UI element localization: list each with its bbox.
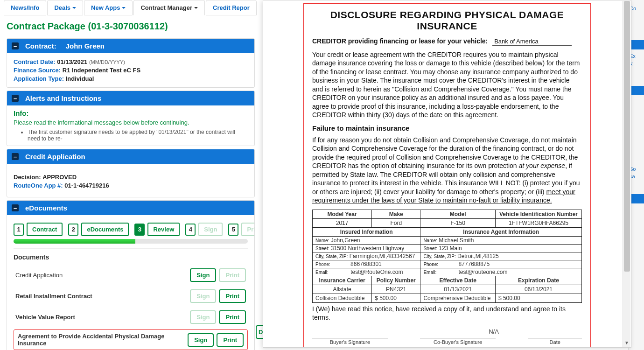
tab-news-info[interactable]: News/Info: [4, 0, 46, 15]
td-model-year: 2017: [313, 218, 372, 227]
td-make: Ford: [372, 218, 420, 227]
tab-contract-manager[interactable]: Contract Manager: [133, 0, 205, 15]
insured-phone: 8667688301: [350, 261, 382, 267]
tab-credit-report[interactable]: Credit Repor: [206, 0, 257, 15]
step-review[interactable]: Review: [147, 223, 180, 236]
disclosure-subheading: Failure to maintain insurance: [312, 124, 582, 132]
sign-button[interactable]: Sign: [190, 268, 216, 282]
step-print[interactable]: Print: [241, 223, 255, 236]
disclosure-para2: If for any reason you do not obtain Coll…: [312, 136, 582, 205]
insured-street: 31500 Northwestern Highway: [331, 245, 404, 252]
contract-date-value: 01/13/2021: [57, 58, 87, 65]
step-sign[interactable]: Sign: [198, 223, 223, 236]
collapse-icon[interactable]: –: [12, 204, 19, 211]
alerts-panel: – Alerts and Instructions Info: Please r…: [7, 91, 255, 146]
agent-csz: Detroit,MI,48125: [457, 253, 499, 259]
info-bullet: The first customer signature needs to be…: [28, 129, 248, 142]
sig-buyer: Buyer's Signature: [312, 338, 388, 345]
scrollbar-thumb[interactable]: [624, 1, 630, 272]
creditor-line: CREDITOR providing financing or lease fo…: [312, 37, 582, 46]
td-vin: 1FTFW1RG0HFA66295: [495, 218, 581, 227]
contract-heading-label: Contract:: [25, 42, 56, 50]
collision-amt: $ 500.00: [372, 294, 420, 302]
info-message: Please read the informational messages b…: [14, 119, 248, 126]
step-num-3: 3: [134, 224, 145, 236]
caret-icon: [72, 7, 76, 9]
sign-button: Sign: [190, 310, 216, 324]
doc-row-agreement-insurance: Agreement to Provide Accidental Physical…: [14, 329, 248, 350]
collapse-icon[interactable]: –: [12, 153, 19, 160]
th-carrier: Insurance Carrier: [313, 276, 372, 285]
insured-email: test@RouteOne.com: [350, 269, 403, 275]
finance-source-value: R1 Independent Test eC FS: [63, 67, 140, 74]
sign-button: Sign: [190, 289, 216, 303]
appnum-label: RouteOne App #:: [14, 182, 63, 189]
doc-name: Vehicle Value Report: [15, 314, 75, 321]
step-contract[interactable]: Contract: [27, 223, 63, 236]
td-expdate: 06/13/2021: [495, 285, 581, 294]
tab-new-apps[interactable]: New Apps: [84, 0, 133, 15]
step-num-5: 5: [228, 224, 238, 236]
th-make: Make: [372, 210, 420, 218]
application-type-value: Individual: [66, 75, 94, 82]
progress-fill: [14, 239, 135, 244]
td-carrier: Allstate: [313, 285, 372, 294]
doc-name: Retail Installment Contract: [15, 293, 92, 300]
th-effdate: Effective Date: [420, 276, 496, 285]
sign-button[interactable]: Sign: [188, 333, 214, 347]
documents-heading: Documents: [14, 248, 248, 265]
contract-panel: – Contract: John Green Contract Date: 01…: [7, 38, 255, 88]
comp-label: Comprehensive Deductible: [420, 294, 496, 302]
disclosure-document: DISCLOSURE REGARDING PHYSICAL DAMAGE INS…: [263, 0, 631, 348]
th-vin: Vehicle Identification Number: [495, 210, 581, 218]
contract-date-label: Contract Date:: [14, 58, 56, 65]
edocs-panel: – eDocuments 1Contract 2eDocuments 3Revi…: [7, 200, 255, 350]
info-heading: Info:: [14, 109, 248, 117]
collapse-icon[interactable]: –: [12, 42, 19, 49]
agent-street: 123 Main: [439, 245, 462, 252]
collision-label: Collision Deductible: [313, 294, 372, 302]
edocs-heading: – eDocuments: [7, 201, 254, 215]
step-num-4: 4: [185, 224, 196, 236]
print-button[interactable]: Print: [219, 310, 246, 324]
insured-name: John,Green: [331, 237, 360, 244]
td-effdate: 01/13/2021: [420, 285, 496, 294]
th-policy: Policy Number: [372, 276, 420, 285]
print-button[interactable]: Print: [219, 289, 246, 303]
agent-name: Michael Smith: [439, 237, 474, 244]
credit-heading: – Credit Application: [7, 149, 254, 164]
na-text: N/A: [406, 328, 582, 335]
signature-row: Buyer's Signature Co-Buyer's Signature D…: [312, 338, 582, 345]
insured-csz: Farmington,MI,483342567: [350, 253, 415, 259]
th-model-year: Model Year: [313, 210, 372, 218]
application-type-label: Application Type:: [14, 75, 64, 82]
step-edocuments[interactable]: eDocuments: [81, 223, 129, 236]
steps-row: 1Contract 2eDocuments 3Review 4Sign 5Pri…: [14, 223, 248, 236]
creditor-value: Bank of America: [492, 38, 572, 46]
td-model: F-150: [420, 218, 496, 227]
caret-icon: [194, 7, 198, 9]
step-num-1: 1: [14, 224, 24, 236]
vehicle-table: Model Year Make Model Vehicle Identifica…: [312, 210, 582, 303]
disclosure-title: DISCLOSURE REGARDING PHYSICAL DAMAGE INS…: [312, 9, 582, 32]
print-button[interactable]: Print: [217, 333, 244, 347]
tab-deals[interactable]: Deals: [47, 0, 83, 15]
scroll-down-icon[interactable]: ▼: [623, 339, 630, 347]
contract-heading-name: John Green: [66, 42, 105, 50]
contract-date-hint: (MM/DD/YYYY): [89, 59, 125, 65]
scrollbar[interactable]: ▼: [623, 1, 630, 347]
acknowledgement: I (We) have read this notice, have recei…: [312, 305, 582, 322]
insured-heading: Insured Information: [313, 227, 420, 236]
doc-name: Agreement to Provide Accidental Physical…: [18, 333, 188, 347]
collapse-icon[interactable]: –: [12, 95, 19, 102]
print-button: Print: [219, 268, 246, 282]
th-model: Model: [420, 210, 496, 218]
alerts-heading: – Alerts and Instructions: [7, 91, 254, 105]
th-expdate: Expiration Date: [495, 276, 581, 285]
agent-heading: Insurance Agent Information: [420, 227, 582, 236]
doc-name: Credit Application: [15, 272, 63, 279]
sig-date: Date: [528, 338, 582, 345]
comp-amt: $ 500.00: [495, 294, 581, 302]
contract-heading: – Contract: John Green: [7, 39, 254, 53]
doc-row-credit-application: Credit Application Sign Print: [14, 265, 248, 286]
